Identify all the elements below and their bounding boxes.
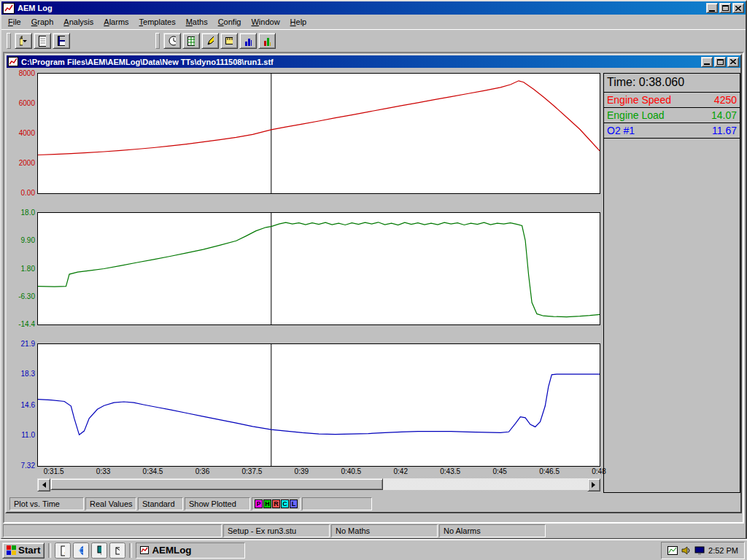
- bar-chart-icon: [244, 36, 252, 46]
- readout-panel: Time: 0:38.060 Engine Speed4250Engine Lo…: [603, 73, 740, 493]
- channel-button-l[interactable]: L: [290, 499, 298, 508]
- x-tick-label: 0:42: [394, 467, 408, 475]
- app-title: AEM Log: [18, 4, 53, 12]
- document-statusbar: Plot vs. TimeReal ValuesStandardShow Plo…: [9, 497, 738, 510]
- tray-display-icon[interactable]: [694, 546, 705, 555]
- data-table-button[interactable]: [182, 33, 200, 49]
- y-tick-label: 4000: [19, 130, 35, 137]
- channel-button-p[interactable]: P: [255, 499, 263, 508]
- engine-speed-plot[interactable]: [37, 73, 600, 194]
- notes-button[interactable]: [201, 33, 219, 49]
- taskbar-clock: 2:52 PM: [708, 546, 738, 555]
- scroll-right-button[interactable]: [587, 478, 600, 491]
- menu-analysis[interactable]: Analysis: [58, 16, 98, 28]
- aemlog-task-icon: [140, 546, 149, 554]
- menu-maths[interactable]: Maths: [181, 16, 213, 28]
- channel-toggle-panel: PHRCL: [252, 497, 301, 510]
- scroll-left-button[interactable]: [37, 478, 50, 491]
- app-status-setup-ex-run3-stu: Setup - Ex run3.stu: [223, 524, 330, 537]
- x-tick-label: 0:36: [196, 467, 209, 475]
- y-tick-label: -6.30: [18, 292, 35, 300]
- scrollbar-track[interactable]: [50, 478, 587, 490]
- channel-readout-engine-speed: Engine Speed4250: [604, 93, 740, 108]
- channel-button-h[interactable]: H: [263, 499, 271, 508]
- app-minimize-button[interactable]: [706, 3, 718, 13]
- toolbar-gripper[interactable]: [7, 33, 11, 49]
- app-maximize-button[interactable]: [719, 3, 731, 13]
- document-icon[interactable]: [8, 57, 18, 66]
- doc-close-button[interactable]: [727, 57, 739, 67]
- channel-value: 11.67: [712, 125, 737, 136]
- save-button[interactable]: [53, 33, 70, 49]
- toolbar-gripper-2[interactable]: [155, 33, 160, 49]
- y-tick-label: 18.0: [21, 209, 35, 217]
- open-file-button[interactable]: [15, 33, 32, 49]
- engine-speed-axis: 80006000400020000.00: [11, 73, 37, 194]
- x-tick-label: 0:43.5: [440, 467, 460, 475]
- app-statusbar: Setup - Ex run3.stuNo MathsNo Alarms: [1, 524, 746, 538]
- new-file-button[interactable]: [34, 33, 51, 49]
- menu-templates[interactable]: Templates: [134, 16, 181, 28]
- floppy-disk-icon: [58, 36, 65, 46]
- channel-value: 14.07: [711, 109, 737, 121]
- doc-maximize-button[interactable]: [714, 57, 726, 67]
- y-tick-label: 18.3: [21, 370, 35, 378]
- clock-tool-button[interactable]: [163, 33, 181, 49]
- clock-icon: [169, 36, 176, 46]
- status-panel-show-plotted: Show Plotted: [185, 497, 250, 510]
- minimize-icon: [704, 63, 710, 65]
- taskbar-divider: [48, 543, 51, 558]
- x-tick-label: 0:39: [295, 467, 309, 475]
- engine-load-axis: 18.09.901.80-6.30-14.4: [11, 212, 37, 325]
- app-status-empty: [3, 524, 222, 537]
- tray-volume-icon[interactable]: [681, 546, 691, 555]
- task-button-aemlog[interactable]: AEMLog: [136, 542, 245, 559]
- channel-button-c[interactable]: C: [281, 499, 289, 508]
- x-tick-label: 0:48: [592, 467, 605, 475]
- y-tick-label: 2000: [19, 160, 35, 167]
- document-window: C:\Program Files\AEM\AEMLog\Data\New TTs…: [5, 54, 742, 513]
- channel-readout-engine-load: Engine Load14.07: [604, 108, 740, 123]
- system-tray: 2:52 PM: [661, 542, 745, 559]
- app-icon[interactable]: [3, 3, 15, 14]
- taskbar: Start AEMLog 2:52 PM: [0, 540, 747, 560]
- tray-graph-icon[interactable]: [667, 546, 678, 555]
- histogram-icon: [263, 36, 271, 46]
- status-panel-plot-vs-time: Plot vs. Time: [9, 497, 84, 510]
- doc-minimize-button[interactable]: [701, 57, 713, 67]
- document-titlebar[interactable]: C:\Program Files\AEM\AEMLog\Data\New TTs…: [7, 55, 740, 68]
- menu-help[interactable]: Help: [285, 16, 312, 28]
- channel-name: O2 #1: [607, 125, 635, 136]
- o2-plot[interactable]: [37, 343, 600, 467]
- close-icon: [735, 6, 741, 11]
- app-close-button[interactable]: [732, 3, 744, 13]
- windows-flag-icon: [7, 545, 16, 555]
- quicklaunch-desktop-icon[interactable]: [91, 542, 107, 559]
- horizontal-scrollbar[interactable]: [37, 478, 600, 490]
- start-button[interactable]: Start: [2, 542, 44, 559]
- y-tick-label: 0.00: [21, 190, 35, 197]
- y-tick-label: -14.4: [18, 321, 35, 328]
- y-tick-label: 8000: [19, 70, 35, 77]
- app-titlebar[interactable]: AEM Log: [1, 1, 746, 15]
- bar-chart-button[interactable]: [239, 33, 257, 49]
- channel-button-r[interactable]: R: [272, 499, 280, 508]
- histogram-button[interactable]: [258, 33, 276, 49]
- menu-window[interactable]: Window: [246, 16, 285, 28]
- quicklaunch-edit-icon[interactable]: [55, 542, 71, 559]
- menu-file[interactable]: File: [3, 16, 26, 28]
- o2-axis: 21.918.314.611.07.32: [11, 343, 37, 467]
- y-tick-label: 6000: [19, 100, 35, 107]
- menu-config[interactable]: Config: [213, 16, 247, 28]
- right-arrow-icon: [592, 482, 598, 488]
- quicklaunch-browser-icon[interactable]: [73, 542, 89, 559]
- menu-graph[interactable]: Graph: [26, 16, 59, 28]
- scrollbar-thumb[interactable]: [50, 478, 383, 490]
- page-icon: [39, 36, 46, 47]
- plot-canvas: [38, 344, 600, 466]
- menu-alarms[interactable]: Alarms: [98, 16, 133, 28]
- engine-load-plot[interactable]: [37, 212, 600, 325]
- start-label: Start: [18, 545, 40, 556]
- measure-button[interactable]: [220, 33, 238, 49]
- quicklaunch-mail-icon[interactable]: [109, 542, 125, 559]
